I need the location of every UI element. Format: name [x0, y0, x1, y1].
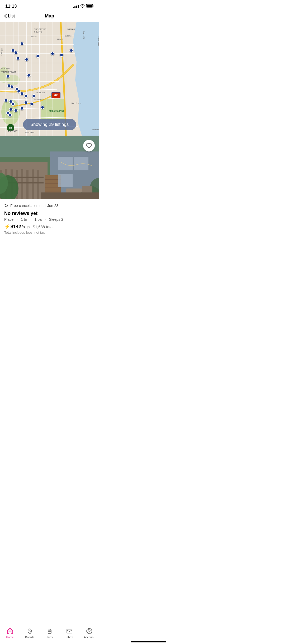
price-total: $1,638 total [33, 224, 53, 229]
svg-text:Silver Ave: Silver Ave [36, 91, 45, 94]
svg-text:Mission St: Mission St [34, 98, 44, 100]
bottom-nav-spacer [0, 239, 99, 263]
svg-text:McLaren Park: McLaren Park [49, 110, 65, 112]
svg-text:17th St: 17th St [57, 38, 64, 40]
property-card: ↻ Free cancellation until Jun 23 No revi… [0, 136, 99, 239]
map-pin [69, 49, 73, 52]
svg-text:20th St: 20th St [67, 28, 73, 30]
svg-rect-71 [37, 170, 39, 199]
wifi-icon [80, 4, 85, 9]
svg-text:18th St: 18th St [65, 35, 72, 37]
svg-text:Bryant St: Bryant St [83, 31, 85, 39]
svg-text:10th Ave: 10th Ave [1, 48, 3, 56]
svg-rect-81 [41, 192, 99, 199]
svg-text:Brisbane: Brisbane [92, 128, 99, 131]
map-pin [14, 109, 18, 112]
signal-bars-icon [73, 5, 79, 8]
battery-icon [86, 4, 94, 9]
property-type: Place [4, 217, 13, 222]
svg-text:San Bruno: San Bruno [71, 102, 81, 104]
map-container[interactable]: 280 82 16th St 17th St 18th St S Van Nes… [0, 22, 99, 136]
price-main: ⚡ $142/night [4, 224, 31, 229]
svg-rect-74 [58, 157, 73, 170]
map-pin [10, 85, 14, 89]
map-pin [20, 92, 24, 95]
map-pin [24, 94, 28, 98]
status-icons [73, 4, 94, 9]
status-time: 11:13 [5, 4, 17, 9]
cancellation-icon: ↻ [4, 203, 8, 209]
svg-text:Daly City: Daly City [8, 130, 18, 132]
back-button[interactable]: List [4, 13, 15, 19]
svg-text:THEATRE: THEATRE [34, 31, 42, 33]
map-pin [11, 102, 15, 106]
property-bedrooms: 1 br [21, 217, 27, 222]
map-pin [9, 108, 13, 111]
map-pin [32, 94, 36, 98]
property-image-container [0, 136, 99, 199]
favorite-button[interactable] [83, 140, 95, 151]
svg-text:THE CASTRO: THE CASTRO [34, 28, 46, 30]
map-pin [20, 107, 24, 110]
map-pin [24, 101, 28, 104]
svg-text:DE YOUNG: DE YOUNG [1, 68, 10, 69]
map-pin [14, 51, 18, 54]
map-pin [25, 58, 29, 61]
nav-header: List Map [0, 11, 99, 22]
svg-text:S Van Ness: S Van Ness [97, 36, 99, 46]
status-bar: 11:13 [0, 0, 99, 11]
map-pin [41, 105, 44, 109]
page-title: Map [45, 13, 54, 19]
svg-text:7th Ave: 7th Ave [30, 36, 36, 38]
property-title: No reviews yet [4, 211, 95, 216]
svg-text:MUSEUM: MUSEUM [1, 70, 8, 72]
map-pin [27, 73, 31, 77]
map-pin [60, 53, 63, 57]
property-meta: Place · 1 br · 1 ba · Sleeps 2 [4, 217, 95, 222]
map-pin [16, 57, 20, 60]
cancellation-row: ↻ Free cancellation until Jun 23 [4, 203, 95, 209]
map-pin [20, 42, 24, 45]
price-unit: /night [22, 225, 31, 229]
svg-rect-69 [26, 170, 29, 199]
listings-badge: Showing 29 listings [23, 119, 76, 130]
svg-rect-70 [32, 169, 34, 199]
svg-rect-83 [82, 186, 92, 192]
svg-text:82: 82 [9, 127, 12, 129]
svg-rect-1 [87, 5, 92, 7]
svg-rect-68 [21, 169, 23, 199]
svg-rect-76 [58, 174, 73, 187]
property-bathrooms: 1 ba [35, 217, 42, 222]
property-details: ↻ Free cancellation until Jun 23 No revi… [0, 199, 99, 239]
back-label: List [8, 13, 15, 19]
map-pin [4, 99, 8, 102]
map-pin [6, 75, 10, 78]
svg-rect-75 [74, 157, 88, 170]
cancellation-text: Free cancellation until Jun 23 [10, 204, 58, 208]
map-pin [51, 52, 54, 56]
svg-text:280: 280 [54, 94, 58, 97]
map-pin [30, 102, 34, 106]
svg-text:Portola Dr: Portola Dr [25, 131, 35, 134]
price-amount: $142 [11, 224, 21, 229]
map-pin [8, 113, 12, 117]
price-note: Total includes fees, not tax [4, 231, 95, 234]
property-sleeps: Sleeps 2 [49, 217, 63, 222]
price-row: ⚡ $142/night $1,638 total [4, 224, 95, 229]
lightning-icon: ⚡ [4, 224, 10, 229]
svg-rect-82 [66, 188, 82, 192]
map-pin [36, 54, 40, 58]
